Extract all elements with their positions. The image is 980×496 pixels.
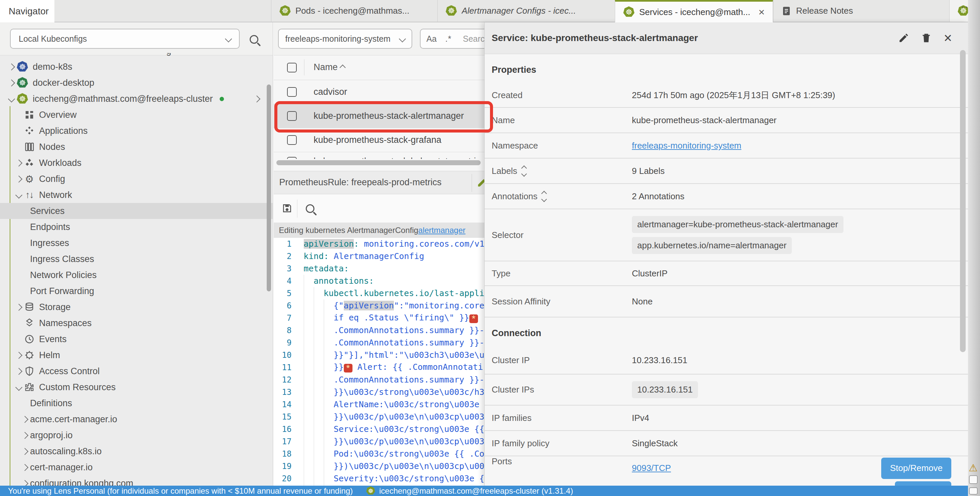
sidebar-item-nodes[interactable]: Nodes <box>0 139 273 155</box>
sidebar-item-demo-k8s[interactable]: ☸demo-k8s <box>0 59 273 75</box>
namespace-select[interactable]: freeleaps-monitoring-system <box>278 29 412 49</box>
code-line-6: 6{"apiVersion":"monitoring.core <box>274 299 485 312</box>
namespaces-icon <box>24 318 35 328</box>
namespace-link[interactable]: freeleaps-monitoring-system <box>632 140 741 151</box>
code-line-9: 9.CommonAnnotations.summary }}- <box>274 337 485 349</box>
sidebar-item-overview[interactable]: Overview <box>0 107 273 123</box>
sidebar-item-port-forwarding[interactable]: Port Forwarding <box>0 283 273 299</box>
sidebar-item-ingress-classes[interactable]: Ingress Classes <box>0 251 273 267</box>
line-number: 11 <box>274 363 300 372</box>
sidebar-item-storage[interactable]: Storage <box>0 299 273 315</box>
config-icon: ⚙ <box>24 173 35 184</box>
sidebar-item-definitions[interactable]: Definitions <box>0 395 273 411</box>
row-checkbox[interactable] <box>287 135 297 145</box>
tab-release[interactable]: Release Notes <box>773 0 944 22</box>
sidebar-item-configuration-konghq-com[interactable]: configuration.konghq.com <box>0 475 273 486</box>
editor-search-icon[interactable] <box>306 204 314 213</box>
sidebar-item-services[interactable]: Services <box>0 203 273 219</box>
chevron-right-icon[interactable] <box>13 161 24 165</box>
active-cluster-text[interactable]: icecheng@mathmast.com@freeleaps-cluster … <box>379 486 573 496</box>
chevron-right-icon[interactable] <box>13 369 24 374</box>
tab-alertmanager[interactable]: ☸Alertmanager Configs - icec... <box>437 0 615 22</box>
sidebar-item-autoscaling-k8s-io[interactable]: autoscaling.k8s.io <box>0 443 273 459</box>
indent-guide <box>314 287 314 486</box>
line-number: 19 <box>274 462 300 471</box>
sidebar-item-helm[interactable]: Helm <box>0 347 273 363</box>
sidebar-scrollbar-thumb[interactable] <box>267 84 271 291</box>
sidebar-item-custom-resources[interactable]: Custom Resources <box>0 379 273 395</box>
sidebar-item-applications[interactable]: Applications <box>0 123 273 139</box>
chevron-right-icon[interactable] <box>6 80 17 86</box>
chevron-right-icon[interactable] <box>13 176 24 181</box>
chevron-right-icon[interactable] <box>13 305 24 310</box>
detail-value: IPv4 <box>632 413 649 423</box>
chevron-down-icon[interactable] <box>13 385 24 390</box>
save-icon[interactable] <box>282 203 293 214</box>
select-all-checkbox[interactable] <box>287 63 297 72</box>
detail-row-cluster-ips: Cluster IPs10.233.16.151 <box>485 375 968 405</box>
drawer-scrollbar-thumb[interactable] <box>960 50 966 352</box>
row-checkbox[interactable] <box>287 87 297 97</box>
chevron-right-icon[interactable] <box>19 417 30 422</box>
sidebar-item-access-control[interactable]: Access Control <box>0 363 273 379</box>
sidebar-item-workloads[interactable]: Workloads <box>0 155 273 171</box>
row-checkbox[interactable] <box>287 157 297 159</box>
sort-toggle-icon[interactable] <box>522 166 526 176</box>
chevron-right-icon[interactable] <box>19 465 30 470</box>
delete-trash-icon[interactable] <box>921 33 932 43</box>
sidebar-item-ingresses[interactable]: Ingresses <box>0 235 273 251</box>
table-row-partial[interactable]: kube-prometheus-stack-kube-state-metrics <box>274 152 485 159</box>
sidebar-item-argoproj-io[interactable]: argoproj.io <box>0 427 273 443</box>
port-link-9093-tcp[interactable]: 9093/TCP <box>632 463 671 473</box>
chevron-right-icon[interactable] <box>19 449 30 454</box>
navigator-title: Navigator <box>9 6 49 17</box>
editor-dock-header[interactable]: PrometheusRule: freepeals-prod-metrics <box>274 171 485 194</box>
chevron-right-icon[interactable] <box>253 95 260 102</box>
sidebar-item-icecheng-mathmast-com-freeleaps-cluster[interactable]: ☸icecheng@mathmast.com@freeleaps-cluster <box>0 91 273 107</box>
sidebar-item-namespaces[interactable]: Namespaces <box>0 315 273 331</box>
sidebar-item-config[interactable]: ⚙Config <box>0 171 273 187</box>
detail-row-ip-family-policy: IP family policySingleStack <box>485 431 968 456</box>
chevron-down-icon[interactable] <box>13 192 24 197</box>
regex-icon[interactable]: .* <box>445 34 452 44</box>
value-chip: app.kubernetes.io/name=alertmanager <box>632 237 792 254</box>
close-tab-icon[interactable]: × <box>758 7 765 17</box>
sidebar-item-docker-desktop[interactable]: ☸docker-desktop <box>0 75 273 91</box>
tab-pods[interactable]: ☸Pods - icecheng@mathmas... <box>271 0 437 22</box>
editing-resource-link[interactable]: alertmanager <box>418 226 465 235</box>
chevron-right-icon[interactable] <box>6 64 17 70</box>
code-line-19: 19}})\u003c/p\u003e\n\u003cp\u00 <box>274 460 485 472</box>
stop-remove-button[interactable]: Stop/Remove <box>881 458 951 479</box>
sidebar-item-label: autoscaling.k8s.io <box>30 446 102 456</box>
sidebar-item-network-policies[interactable]: Network Policies <box>0 267 273 283</box>
yaml-editor[interactable]: 1apiVersion: monitoring.coreos.com/v12ki… <box>274 238 485 486</box>
namespace-select-value: freeleaps-monitoring-system <box>285 34 391 44</box>
forward-button[interactable]: Forward... <box>895 481 951 486</box>
sidebar-item-network[interactable]: ↑↓Network <box>0 187 273 203</box>
detail-label: Type <box>485 269 632 279</box>
name-column-header[interactable]: Name <box>314 62 338 72</box>
kubeconfig-select[interactable]: Local Kubeconfigs <box>10 29 240 49</box>
search-icon[interactable] <box>250 35 258 44</box>
sidebar-item-cert-manager-io[interactable]: cert-manager.io <box>0 459 273 475</box>
table-horizontal-scrollbar-thumb[interactable] <box>276 160 480 165</box>
chevron-right-icon[interactable] <box>19 433 30 438</box>
chevron-right-icon[interactable] <box>19 481 30 486</box>
tab-services[interactable]: ☸Services - icecheng@math...× <box>615 0 773 22</box>
chevron-right-icon[interactable] <box>13 353 24 358</box>
close-icon[interactable]: × <box>943 31 952 45</box>
edit-pencil-icon[interactable] <box>898 33 909 43</box>
table-row[interactable]: cadvisor <box>274 80 485 104</box>
sort-toggle-icon[interactable] <box>542 192 546 201</box>
sidebar-item-events[interactable]: Events <box>0 331 273 347</box>
drawer-title: Service: kube-prometheus-stack-alertmana… <box>485 33 898 43</box>
drawer-body: PropertiesCreated254d 17h 50m ago (2025年… <box>485 54 968 486</box>
match-case-icon[interactable]: Aa <box>426 34 437 44</box>
edit-pencil-icon[interactable] <box>477 176 485 188</box>
sort-ascending-icon[interactable] <box>339 64 345 70</box>
table-search-input[interactable]: Aa .* Search <box>420 29 485 49</box>
chevron-down-icon[interactable] <box>6 97 17 102</box>
sidebar-item-endpoints[interactable]: Endpoints <box>0 219 273 235</box>
sidebar-item-acme-cert-manager-io[interactable]: acme.cert-manager.io <box>0 411 273 427</box>
value-chip: alertmanager=kube-prometheus-stack-alert… <box>632 216 843 233</box>
